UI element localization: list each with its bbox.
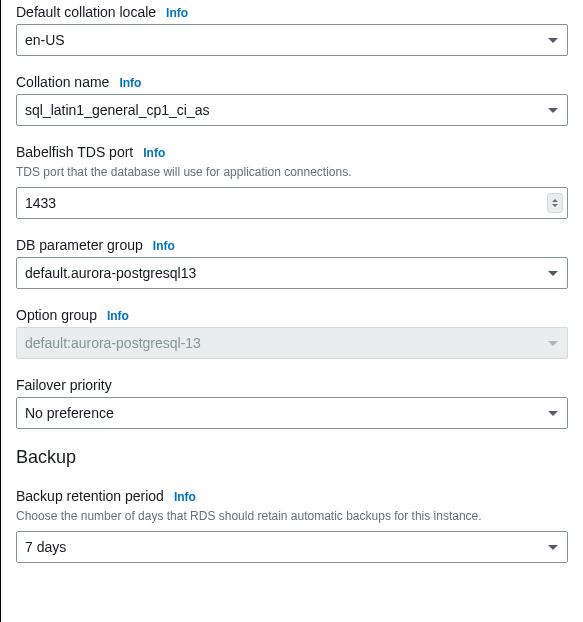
section-heading-backup: Backup [16,447,568,468]
select-value: 7 days [16,531,568,563]
select-value: en-US [16,24,568,56]
label-row: Collation name Info [16,74,568,90]
label-row: Default collation locale Info [16,4,568,20]
field-label: Babelfish TDS port [16,144,133,160]
helper-text: Choose the number of days that RDS shoul… [16,508,568,525]
field-label: Backup retention period [16,488,164,504]
field-collation-name: Collation name Info sql_latin1_general_c… [16,74,568,126]
info-link[interactable]: Info [107,309,129,323]
field-label: DB parameter group [16,237,143,253]
select-collation-name[interactable]: sql_latin1_general_cp1_ci_as [16,94,568,126]
helper-text: TDS port that the database will use for … [16,164,568,181]
input-tds-port-wrap [16,187,568,219]
field-label: Option group [16,307,97,323]
select-value: sql_latin1_general_cp1_ci_as [16,94,568,126]
info-link[interactable]: Info [166,6,188,20]
info-link[interactable]: Info [174,490,196,504]
field-tds-port: Babelfish TDS port Info TDS port that th… [16,144,568,219]
info-link[interactable]: Info [119,76,141,90]
select-db-param-group[interactable]: default.aurora-postgresql13 [16,257,568,289]
number-spinner-icon[interactable] [547,193,563,213]
label-row: Failover priority [16,377,568,393]
select-option-group: default:aurora-postgresql-13 [16,327,568,359]
field-label: Failover priority [16,377,112,393]
select-value: default:aurora-postgresql-13 [16,327,568,359]
select-collation-locale[interactable]: en-US [16,24,568,56]
select-failover-priority[interactable]: No preference [16,397,568,429]
info-link[interactable]: Info [143,146,165,160]
input-tds-port[interactable] [16,187,568,219]
select-value: default.aurora-postgresql13 [16,257,568,289]
field-failover-priority: Failover priority No preference [16,377,568,429]
label-row: DB parameter group Info [16,237,568,253]
field-option-group: Option group Info default:aurora-postgre… [16,307,568,359]
label-row: Option group Info [16,307,568,323]
label-row: Backup retention period Info [16,488,568,504]
field-backup-retention: Backup retention period Info Choose the … [16,488,568,563]
info-link[interactable]: Info [153,239,175,253]
label-row: Babelfish TDS port Info [16,144,568,160]
select-value: No preference [16,397,568,429]
field-label: Default collation locale [16,4,156,20]
field-label: Collation name [16,74,109,90]
field-collation-locale: Default collation locale Info en-US [16,4,568,56]
select-backup-retention[interactable]: 7 days [16,531,568,563]
field-db-param-group: DB parameter group Info default.aurora-p… [16,237,568,289]
